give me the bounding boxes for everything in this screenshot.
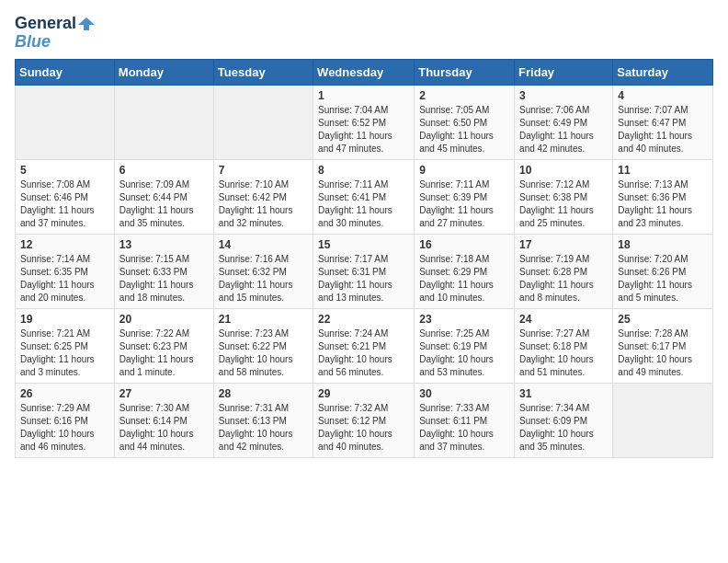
calendar-cell: 3Sunrise: 7:06 AM Sunset: 6:49 PM Daylig… — [515, 85, 613, 159]
calendar-week-row: 26Sunrise: 7:29 AM Sunset: 6:16 PM Dayli… — [16, 383, 713, 457]
calendar-cell: 25Sunrise: 7:28 AM Sunset: 6:17 PM Dayli… — [613, 308, 713, 383]
day-number: 9 — [419, 164, 509, 177]
calendar-cell: 18Sunrise: 7:20 AM Sunset: 6:26 PM Dayli… — [613, 234, 713, 308]
day-info: Sunrise: 7:14 AM Sunset: 6:35 PM Dayligh… — [20, 253, 109, 304]
day-number: 8 — [318, 164, 409, 177]
day-info: Sunrise: 7:23 AM Sunset: 6:22 PM Dayligh… — [219, 327, 308, 379]
calendar-week-row: 12Sunrise: 7:14 AM Sunset: 6:35 PM Dayli… — [16, 234, 713, 308]
calendar-cell: 4Sunrise: 7:07 AM Sunset: 6:47 PM Daylig… — [613, 85, 713, 159]
day-info: Sunrise: 7:16 AM Sunset: 6:32 PM Dayligh… — [219, 253, 308, 304]
calendar-week-row: 1Sunrise: 7:04 AM Sunset: 6:52 PM Daylig… — [16, 85, 713, 159]
day-number: 24 — [519, 313, 608, 326]
day-info: Sunrise: 7:33 AM Sunset: 6:11 PM Dayligh… — [419, 402, 509, 454]
day-number: 16 — [419, 238, 509, 251]
calendar-cell: 30Sunrise: 7:33 AM Sunset: 6:11 PM Dayli… — [415, 383, 515, 457]
day-info: Sunrise: 7:09 AM Sunset: 6:44 PM Dayligh… — [119, 178, 209, 230]
day-info: Sunrise: 7:11 AM Sunset: 6:41 PM Dayligh… — [318, 178, 409, 230]
day-info: Sunrise: 7:17 AM Sunset: 6:31 PM Dayligh… — [318, 253, 409, 304]
calendar-cell — [16, 85, 115, 159]
calendar-cell: 21Sunrise: 7:23 AM Sunset: 6:22 PM Dayli… — [213, 308, 313, 383]
day-info: Sunrise: 7:07 AM Sunset: 6:47 PM Dayligh… — [618, 104, 708, 155]
calendar-cell — [613, 383, 713, 457]
day-info: Sunrise: 7:24 AM Sunset: 6:21 PM Dayligh… — [318, 327, 409, 379]
day-info: Sunrise: 7:29 AM Sunset: 6:16 PM Dayligh… — [20, 402, 109, 454]
calendar-cell: 15Sunrise: 7:17 AM Sunset: 6:31 PM Dayli… — [313, 234, 415, 308]
day-number: 13 — [119, 238, 209, 251]
day-info: Sunrise: 7:08 AM Sunset: 6:46 PM Dayligh… — [20, 178, 109, 230]
day-number: 11 — [618, 164, 708, 177]
day-number: 6 — [119, 164, 209, 177]
day-info: Sunrise: 7:12 AM Sunset: 6:38 PM Dayligh… — [519, 178, 608, 230]
weekday-header-saturday: Saturday — [613, 59, 713, 85]
weekday-header-tuesday: Tuesday — [213, 59, 313, 85]
calendar-cell: 11Sunrise: 7:13 AM Sunset: 6:36 PM Dayli… — [613, 159, 713, 234]
calendar-cell: 8Sunrise: 7:11 AM Sunset: 6:41 PM Daylig… — [313, 159, 415, 234]
weekday-header-sunday: Sunday — [16, 59, 115, 85]
calendar-cell: 31Sunrise: 7:34 AM Sunset: 6:09 PM Dayli… — [515, 383, 613, 457]
calendar-cell: 10Sunrise: 7:12 AM Sunset: 6:38 PM Dayli… — [515, 159, 613, 234]
calendar-cell: 13Sunrise: 7:15 AM Sunset: 6:33 PM Dayli… — [114, 234, 213, 308]
calendar-table: SundayMondayTuesdayWednesdayThursdayFrid… — [15, 59, 713, 458]
calendar-cell: 14Sunrise: 7:16 AM Sunset: 6:32 PM Dayli… — [213, 234, 313, 308]
calendar-cell: 20Sunrise: 7:22 AM Sunset: 6:23 PM Dayli… — [114, 308, 213, 383]
logo-text-general: General — [15, 15, 76, 33]
calendar-cell: 2Sunrise: 7:05 AM Sunset: 6:50 PM Daylig… — [415, 85, 515, 159]
day-number: 10 — [519, 164, 608, 177]
day-number: 1 — [318, 89, 409, 102]
day-info: Sunrise: 7:06 AM Sunset: 6:49 PM Dayligh… — [519, 104, 608, 155]
day-number: 30 — [419, 387, 509, 400]
day-number: 28 — [219, 387, 308, 400]
day-info: Sunrise: 7:30 AM Sunset: 6:14 PM Dayligh… — [119, 402, 209, 454]
day-info: Sunrise: 7:34 AM Sunset: 6:09 PM Dayligh… — [519, 402, 608, 454]
calendar-cell: 7Sunrise: 7:10 AM Sunset: 6:42 PM Daylig… — [213, 159, 313, 234]
logo-text-blue: Blue — [15, 33, 51, 52]
day-number: 31 — [519, 387, 608, 400]
calendar-cell: 1Sunrise: 7:04 AM Sunset: 6:52 PM Daylig… — [313, 85, 415, 159]
day-info: Sunrise: 7:28 AM Sunset: 6:17 PM Dayligh… — [618, 327, 708, 379]
day-info: Sunrise: 7:19 AM Sunset: 6:28 PM Dayligh… — [519, 253, 608, 304]
day-info: Sunrise: 7:25 AM Sunset: 6:19 PM Dayligh… — [419, 327, 509, 379]
day-info: Sunrise: 7:13 AM Sunset: 6:36 PM Dayligh… — [618, 178, 708, 230]
calendar-cell: 28Sunrise: 7:31 AM Sunset: 6:13 PM Dayli… — [213, 383, 313, 457]
logo-bird-icon — [78, 16, 95, 32]
weekday-header-monday: Monday — [114, 59, 213, 85]
day-number: 5 — [20, 164, 109, 177]
calendar-cell: 26Sunrise: 7:29 AM Sunset: 6:16 PM Dayli… — [16, 383, 115, 457]
day-info: Sunrise: 7:31 AM Sunset: 6:13 PM Dayligh… — [219, 402, 308, 454]
day-info: Sunrise: 7:20 AM Sunset: 6:26 PM Dayligh… — [618, 253, 708, 304]
day-number: 4 — [618, 89, 708, 102]
day-info: Sunrise: 7:11 AM Sunset: 6:39 PM Dayligh… — [419, 178, 509, 230]
day-info: Sunrise: 7:10 AM Sunset: 6:42 PM Dayligh… — [219, 178, 308, 230]
day-info: Sunrise: 7:18 AM Sunset: 6:29 PM Dayligh… — [419, 253, 509, 304]
day-number: 20 — [119, 313, 209, 326]
day-number: 18 — [618, 238, 708, 251]
calendar-cell: 29Sunrise: 7:32 AM Sunset: 6:12 PM Dayli… — [313, 383, 415, 457]
calendar-cell: 5Sunrise: 7:08 AM Sunset: 6:46 PM Daylig… — [16, 159, 115, 234]
calendar-cell: 12Sunrise: 7:14 AM Sunset: 6:35 PM Dayli… — [16, 234, 115, 308]
day-number: 21 — [219, 313, 308, 326]
calendar-cell: 19Sunrise: 7:21 AM Sunset: 6:25 PM Dayli… — [16, 308, 115, 383]
day-number: 12 — [20, 238, 109, 251]
calendar-cell — [114, 85, 213, 159]
day-number: 17 — [519, 238, 608, 251]
calendar-cell: 23Sunrise: 7:25 AM Sunset: 6:19 PM Dayli… — [415, 308, 515, 383]
weekday-header-friday: Friday — [515, 59, 613, 85]
page-header: General Blue — [15, 15, 713, 52]
calendar-cell: 6Sunrise: 7:09 AM Sunset: 6:44 PM Daylig… — [114, 159, 213, 234]
day-number: 2 — [419, 89, 509, 102]
calendar-cell: 16Sunrise: 7:18 AM Sunset: 6:29 PM Dayli… — [415, 234, 515, 308]
day-info: Sunrise: 7:32 AM Sunset: 6:12 PM Dayligh… — [318, 402, 409, 454]
day-number: 14 — [219, 238, 308, 251]
weekday-header-wednesday: Wednesday — [313, 59, 415, 85]
weekday-header-thursday: Thursday — [415, 59, 515, 85]
logo: General Blue — [15, 15, 95, 52]
day-info: Sunrise: 7:05 AM Sunset: 6:50 PM Dayligh… — [419, 104, 509, 155]
day-info: Sunrise: 7:21 AM Sunset: 6:25 PM Dayligh… — [20, 327, 109, 379]
calendar-cell: 22Sunrise: 7:24 AM Sunset: 6:21 PM Dayli… — [313, 308, 415, 383]
day-info: Sunrise: 7:15 AM Sunset: 6:33 PM Dayligh… — [119, 253, 209, 304]
calendar-cell — [213, 85, 313, 159]
day-number: 23 — [419, 313, 509, 326]
day-number: 3 — [519, 89, 608, 102]
calendar-cell: 9Sunrise: 7:11 AM Sunset: 6:39 PM Daylig… — [415, 159, 515, 234]
day-info: Sunrise: 7:27 AM Sunset: 6:18 PM Dayligh… — [519, 327, 608, 379]
